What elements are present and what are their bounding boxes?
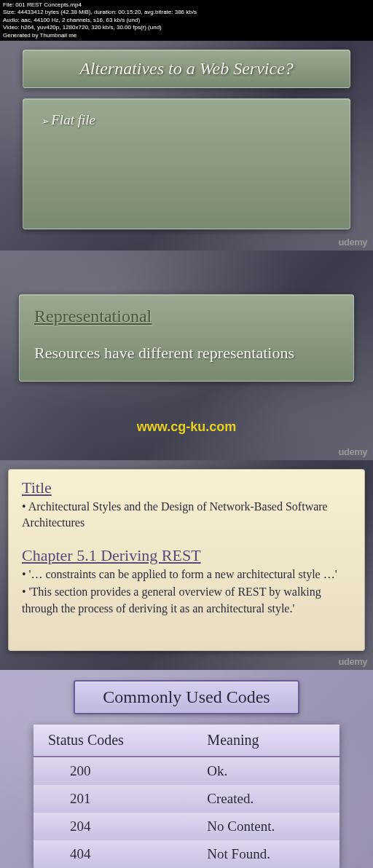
meta-size: Size: 44433412 bytes (42.38 MiB), durati…	[3, 9, 370, 16]
paper-title-text: • Architectural Styles and the Design of…	[22, 499, 351, 532]
status-codes-table: Status Codes Meaning 200 Ok. 201 Created…	[34, 725, 339, 868]
representational-box: Representational Resources have differen…	[19, 294, 354, 382]
table-header-row: Status Codes Meaning	[34, 725, 339, 757]
paper-chapter-heading: Chapter 5.1 Deriving REST	[22, 546, 351, 565]
paper-title-heading: Title	[22, 478, 351, 497]
watermark-url: www.cg-ku.com	[137, 419, 236, 435]
slide-paper: Title • Architectural Styles and the Des…	[0, 460, 373, 670]
paper-chapter-text2: • 'This section provides a general overv…	[22, 584, 351, 617]
brand-logo: udemy	[339, 656, 367, 667]
table-row: 201 Created.	[34, 785, 339, 813]
header-meaning: Meaning	[192, 725, 339, 757]
code-cell: 204	[34, 813, 192, 840]
table-row: 200 Ok.	[34, 757, 339, 785]
code-cell: 404	[34, 840, 192, 868]
rep-text: Resources have different representations	[34, 344, 339, 363]
rep-heading: Representational	[34, 307, 339, 326]
slide-alternatives: Alternatives to a Web Service? Flat file…	[0, 41, 373, 250]
codes-title: Commonly Used Codes	[74, 680, 299, 714]
meta-generator: Generated by Thumbnail me	[3, 32, 370, 39]
bullet-flat-file: Flat file	[41, 112, 332, 128]
header-status-codes: Status Codes	[34, 725, 192, 757]
brand-logo: udemy	[339, 446, 367, 457]
video-metadata: File: 001 REST Concepts.mp4 Size: 444334…	[0, 0, 373, 41]
meta-file: File: 001 REST Concepts.mp4	[3, 1, 370, 9]
meaning-cell: Ok.	[192, 757, 339, 785]
brand-logo: udemy	[339, 237, 367, 248]
slide-content-box: Flat file	[23, 98, 350, 229]
slide-title: Alternatives to a Web Service?	[23, 50, 350, 88]
code-cell: 200	[34, 757, 192, 785]
meaning-cell: Not Found.	[192, 840, 339, 868]
table-row: 204 No Content.	[34, 813, 339, 840]
meaning-cell: Created.	[192, 785, 339, 813]
slide-representational: Representational Resources have differen…	[0, 250, 373, 460]
paper-chapter-text1: • '… constraints can be applied to form …	[22, 567, 351, 583]
table-row: 404 Not Found.	[34, 840, 339, 868]
paper-box: Title • Architectural Styles and the Des…	[8, 469, 365, 651]
meta-video: Video: h264, yuv420p, 1280x720, 320 kb/s…	[3, 24, 370, 31]
meaning-cell: No Content.	[192, 813, 339, 840]
slide-codes: Commonly Used Codes Status Codes Meaning…	[0, 670, 373, 868]
code-cell: 201	[34, 785, 192, 813]
meta-audio: Audio: aac, 44100 Hz, 2 channels, s16, 6…	[3, 17, 370, 24]
